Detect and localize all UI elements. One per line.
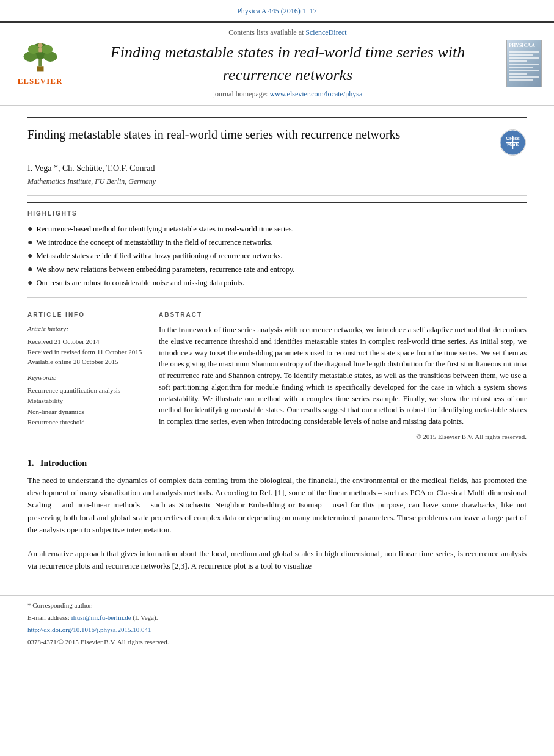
svg-point-7 [38,43,42,47]
article-dates: Received 21 October 2014 Received in rev… [27,336,147,367]
elsevier-tree-icon [16,41,65,75]
introduction-title: 1. Introduction [27,457,527,470]
journal-header: ELSEVIER Contents lists available at Sci… [0,21,554,105]
highlight-item-3: ● Metastable states are identified with … [27,250,527,261]
received-date: Received 21 October 2014 [27,336,147,347]
bullet-icon: ● [27,237,32,248]
email-label: E-mail address: [27,614,70,621]
svg-rect-8 [38,48,42,52]
corresponding-label: * Corresponding author. [27,602,93,609]
section-number: 1. [27,459,34,468]
highlight-text-5: Our results are robust to considerable n… [36,277,244,288]
doi-link[interactable]: http://dx.doi.org/10.1016/j.physa.2015.1… [27,626,151,633]
journal-homepage: journal homepage: www.elsevier.com/locat… [75,89,500,100]
highlight-text-1: Recurrence-based method for identifying … [36,224,293,234]
keyword-1: Recurrence quantification analysis [27,385,147,396]
keyword-2: Metastability [27,396,147,407]
journal-thumbnail: PHYSICA A [506,40,543,87]
email-suffix: (I. Vega). [133,614,158,621]
highlight-item-5: ● Our results are robust to considerable… [27,277,527,288]
email-link[interactable]: iliusi@mi.fu-berlin.de [71,614,131,621]
authors: I. Vega *, Ch. Schütte, T.O.F. Conrad [27,162,527,175]
journal-citation-bar: Physica A 445 (2016) 1–17 [0,0,554,21]
main-content: Finding metastable states in real-world … [0,106,554,583]
highlight-text-2: We introduce the concept of metastabilit… [36,237,272,248]
bullet-icon: ● [27,224,32,234]
revised-date: Received in revised form 11 October 2015 [27,347,147,357]
highlight-text-3: Metastable states are identified with a … [36,250,282,261]
journal-name: Finding metastable states in real-world … [75,41,500,87]
sciencedirect-info: Contents lists available at ScienceDirec… [75,27,500,38]
svg-point-6 [41,45,52,54]
highlights-list: ● Recurrence-based method for identifyin… [27,224,527,289]
article-title-block: Finding metastable states in real-world … [27,126,527,156]
divider-after-affiliation [27,195,527,196]
article-history-label: Article history: [27,324,147,334]
highlight-item-1: ● Recurrence-based method for identifyin… [27,224,527,234]
keyword-4: Recurrence threshold [27,417,147,428]
sciencedirect-link[interactable]: ScienceDirect [305,28,346,37]
intro-paragraph-1: The need to understand the dynamics of c… [27,474,527,536]
highlights-section: HIGHLIGHTS ● Recurrence-based method for… [27,202,527,288]
article-title-text: Finding metastable states in real-world … [27,126,499,142]
issn-note: 0378-4371/© 2015 Elsevier B.V. All right… [27,638,527,647]
elsevier-logo: ELSEVIER [11,41,69,87]
doi-note: http://dx.doi.org/10.1016/j.physa.2015.1… [27,625,527,635]
introduction-section: 1. Introduction The need to understand t… [27,451,527,572]
bullet-icon: ● [27,264,32,275]
abstract-section: ABSTRACT In the framework of time series… [159,307,527,442]
journal-center-info: Contents lists available at ScienceDirec… [75,27,500,100]
article-info-section: ARTICLE INFO Article history: Received 2… [27,307,147,428]
highlights-heading: HIGHLIGHTS [27,209,527,219]
crossmark-logo: Cross Mark [499,129,527,156]
abstract-text: In the framework of time series analysis… [159,324,527,427]
bullet-icon: ● [27,277,32,288]
bullet-icon: ● [27,250,32,261]
highlight-item-4: ● We show new relations between embeddin… [27,264,527,275]
email-note: E-mail address: iliusi@mi.fu-berlin.de (… [27,613,527,623]
highlight-item-2: ● We introduce the concept of metastabil… [27,237,527,248]
article-info-column: ARTICLE INFO Article history: Received 2… [27,307,147,442]
page-footer: * Corresponding author. E-mail address: … [0,595,554,655]
thumbnail-image: PHYSICA A [506,40,542,87]
keywords-list: Recurrence quantification analysis Metas… [27,385,147,428]
divider-after-highlights [27,297,527,298]
keyword-3: Non-linear dynamics [27,407,147,418]
two-column-layout: ARTICLE INFO Article history: Received 2… [27,307,527,442]
highlight-text-4: We show new relations between embedding … [36,264,294,275]
available-date: Available online 28 October 2015 [27,357,147,367]
top-divider [27,117,527,118]
affiliation: Mathematics Institute, FU Berlin, German… [27,176,527,187]
crossmark-icon: Cross Mark [499,129,527,156]
svg-rect-0 [37,66,43,71]
article-info-heading: ARTICLE INFO [27,311,147,320]
section-title-text: Introduction [40,459,87,468]
copyright: © 2015 Elsevier B.V. All rights reserved… [159,432,527,442]
journal-citation: Physica A 445 (2016) 1–17 [237,7,317,15]
homepage-url[interactable]: www.elsevier.com/locate/physa [269,90,362,98]
abstract-column: ABSTRACT In the framework of time series… [159,307,527,442]
page: Physica A 445 (2016) 1–17 ELSEVIER [0,0,554,756]
abstract-heading: ABSTRACT [159,311,527,320]
intro-paragraph-2: An alternative approach that gives infor… [27,548,527,572]
keywords-label: Keywords: [27,373,147,383]
corresponding-author-note: * Corresponding author. [27,601,527,611]
svg-point-5 [27,45,38,54]
elsevier-label: ELSEVIER [18,76,63,87]
